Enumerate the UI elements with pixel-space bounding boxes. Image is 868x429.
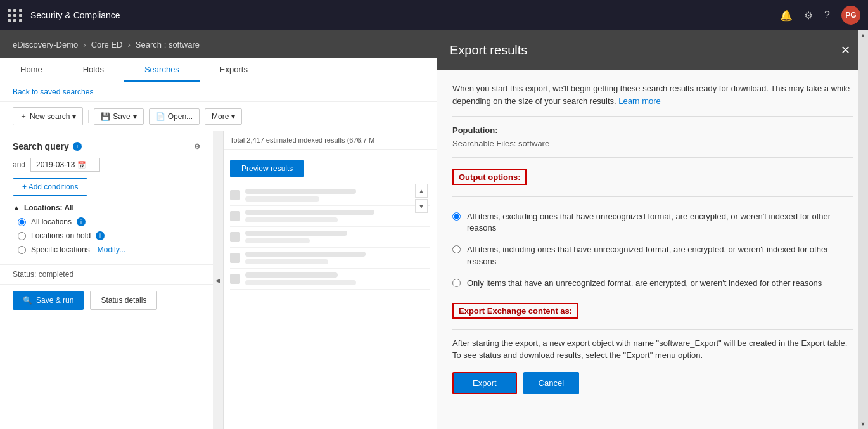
avatar[interactable]: PG: [841, 6, 860, 25]
tab-searches[interactable]: Searches: [124, 58, 200, 82]
help-icon[interactable]: ?: [824, 10, 830, 21]
skeleton-bar: [245, 252, 366, 257]
breadcrumb-ediscovery[interactable]: eDiscovery-Demo: [13, 40, 78, 49]
date-field[interactable]: 2019-03-13 📅: [30, 158, 100, 172]
skeleton-row-3: [230, 227, 430, 248]
export-option-2: All items, including ones that have unre…: [452, 239, 853, 272]
mail-icon-2: [230, 211, 240, 221]
export-panel: Export results ✕ When you start this exp…: [437, 30, 868, 429]
skeleton-list: [224, 182, 437, 292]
side-collapse-icon: ◀: [215, 277, 220, 284]
breadcrumb-search: Search : software: [136, 40, 200, 49]
skeleton-row-2: [230, 206, 430, 227]
tab-home[interactable]: Home: [0, 58, 63, 82]
save-button[interactable]: 💾 Save ▾: [94, 108, 143, 125]
side-collapse-button[interactable]: ◀: [213, 131, 223, 429]
mail-icon-3: [230, 232, 240, 242]
dropdown-icon: ▾: [72, 112, 76, 121]
save-dropdown-icon: ▾: [133, 112, 137, 121]
action-buttons: 🔍 Save & run Status details: [0, 284, 213, 316]
main-container: eDiscovery-Demo › Core ED › Search : sof…: [0, 30, 868, 429]
learn-more-link[interactable]: Learn more: [618, 96, 660, 106]
preview-results-button[interactable]: Preview results: [230, 160, 304, 177]
tab-exports[interactable]: Exports: [200, 58, 268, 82]
specific-locations-radio[interactable]: [18, 246, 26, 254]
open-icon: 📄: [156, 112, 165, 121]
search-icon: 🔍: [23, 296, 32, 305]
topbar: Security & Compliance 🔔 ⚙ ? PG: [0, 0, 868, 30]
apps-icon[interactable]: [8, 9, 23, 22]
export-option-2-radio[interactable]: [452, 245, 461, 253]
more-dropdown-icon: ▾: [231, 112, 235, 121]
all-locations-info-icon[interactable]: i: [77, 217, 86, 226]
divider-1: [452, 116, 853, 117]
scroll-up-arrow[interactable]: ▲: [858, 30, 868, 41]
skeleton-row-5: [230, 269, 430, 290]
export-option-1: All items, excluding ones that have unre…: [452, 206, 853, 239]
breadcrumb-core-ed[interactable]: Core ED: [91, 40, 123, 49]
search-query-info-icon[interactable]: i: [73, 142, 82, 151]
results-summary: Total 2,417 estimated indexed results (6…: [224, 131, 437, 150]
skeleton-bar: [245, 210, 374, 215]
scroll-controls: ▲ ▼: [858, 30, 868, 429]
new-search-button[interactable]: ＋ New search ▾: [13, 107, 83, 125]
skeleton-row-1: [230, 185, 430, 206]
app-title: Security & Compliance: [30, 10, 772, 20]
left-content: Search query i ⚙ and 2019-03-13 📅 ▲: [0, 131, 437, 429]
export-option-1-radio[interactable]: [452, 212, 461, 221]
mail-icon-5: [230, 274, 240, 284]
modify-link[interactable]: Modify...: [98, 245, 125, 254]
locations-hold-info-icon[interactable]: i: [96, 231, 105, 240]
mail-icon-1: [230, 190, 240, 200]
location-specific: Specific locations Modify...: [18, 245, 200, 254]
output-options-label: Output options:: [452, 169, 527, 185]
save-icon: 💾: [101, 112, 110, 121]
results-area: Total 2,417 estimated indexed results (6…: [223, 131, 437, 429]
preview-area: Preview results: [224, 150, 437, 182]
cancel-button[interactable]: Cancel: [523, 372, 579, 394]
skeleton-bar: [245, 259, 328, 264]
open-button[interactable]: 📄 Open...: [149, 108, 200, 125]
panel-content: When you start this export, we'll begin …: [437, 70, 868, 407]
export-option-3: Only items that have an unrecognized for…: [452, 272, 853, 294]
topbar-icons: 🔔 ⚙ ? PG: [780, 6, 860, 25]
save-and-run-button[interactable]: 🔍 Save & run: [13, 291, 84, 310]
skeleton-bar: [245, 272, 338, 278]
tune-icon[interactable]: ⚙: [194, 143, 200, 151]
scroll-down-arrow[interactable]: ▼: [858, 419, 868, 429]
settings-icon[interactable]: ⚙: [804, 10, 813, 22]
panel-header: Export results ✕: [437, 30, 868, 70]
locations-on-hold-radio[interactable]: [18, 232, 26, 240]
search-query-title: Search query i ⚙: [13, 141, 200, 151]
calendar-icon: 📅: [77, 161, 86, 169]
back-to-saved-searches-link[interactable]: Back to saved searches: [13, 87, 93, 96]
tabs: Home Holds Searches Exports: [0, 58, 437, 82]
left-panel: eDiscovery-Demo › Core ED › Search : sof…: [0, 30, 437, 429]
search-panel: Search query i ⚙ and 2019-03-13 📅 ▲: [0, 131, 213, 264]
close-panel-button[interactable]: ✕: [836, 41, 855, 60]
skeleton-row-4: [230, 248, 430, 269]
locations-title: ▲ Locations: All: [13, 203, 200, 212]
population-value: Searchable Files: software: [452, 139, 853, 148]
export-option-3-radio[interactable]: [452, 279, 461, 287]
skeleton-bar: [245, 217, 338, 222]
tab-holds[interactable]: Holds: [63, 58, 124, 82]
skeleton-bar: [245, 280, 356, 285]
mail-icon-4: [230, 253, 240, 263]
notification-icon[interactable]: 🔔: [780, 10, 793, 22]
location-all: All locations i: [18, 217, 200, 226]
add-conditions-button[interactable]: + Add conditions: [13, 178, 87, 196]
export-actions: Export Cancel: [452, 372, 853, 394]
panel-title: Export results: [450, 43, 527, 58]
location-hold: Locations on hold i: [18, 231, 200, 240]
export-button[interactable]: Export: [452, 372, 517, 394]
query-row: and 2019-03-13 📅: [13, 158, 200, 172]
all-locations-radio[interactable]: [18, 218, 26, 226]
skeleton-bar: [245, 196, 319, 202]
breadcrumb: eDiscovery-Demo › Core ED › Search : sof…: [0, 30, 437, 58]
locations-section: ▲ Locations: All All locations i: [13, 203, 200, 254]
collapse-icon[interactable]: ▲: [13, 203, 20, 212]
toolbar: Back to saved searches: [0, 82, 437, 102]
more-button[interactable]: More ▾: [205, 108, 242, 125]
status-details-button[interactable]: Status details: [90, 291, 157, 310]
